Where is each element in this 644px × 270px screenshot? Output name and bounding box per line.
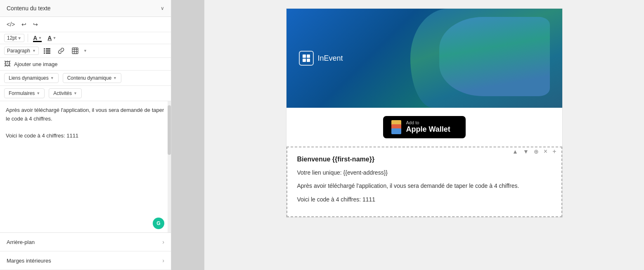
undo-button[interactable]: ↩ bbox=[19, 19, 29, 29]
text-editor-wrapper: Après avoir téléchargé l'application, il… bbox=[0, 101, 171, 232]
font-size-chevron-icon: ▼ bbox=[17, 36, 21, 40]
wallet-text-block: Add to Apple Wallet bbox=[406, 121, 450, 134]
background-arrow-icon: › bbox=[162, 239, 164, 245]
add-image-row[interactable]: 🖼 Ajouter une image bbox=[0, 58, 171, 71]
table-dropdown-icon: ▼ bbox=[83, 49, 87, 53]
scrollbar-track[interactable] bbox=[168, 101, 171, 232]
delete-button[interactable]: × bbox=[542, 147, 549, 156]
email-preview: InEvent Add to Apple Wallet ▲ bbox=[286, 8, 563, 218]
font-color-button[interactable]: A ▼ bbox=[31, 34, 43, 42]
table-button[interactable] bbox=[69, 46, 81, 56]
color-underline bbox=[33, 41, 42, 42]
wallet-card-blue bbox=[391, 128, 401, 134]
content-para-3: Voici le code à 4 chiffres: 1111 bbox=[297, 195, 552, 204]
image-icon: 🖼 bbox=[4, 60, 11, 68]
svg-rect-4 bbox=[44, 52, 45, 54]
text-editor[interactable]: Après avoir téléchargé l'application, il… bbox=[0, 101, 171, 232]
activities-label: Activités bbox=[53, 90, 72, 96]
content-block[interactable]: ▲ ▼ ⊕ × + Bienvenue {{first-name}} Votre… bbox=[286, 147, 562, 217]
dynamic-links-label: Liens dynamiques bbox=[9, 75, 49, 81]
highlight-button[interactable]: A ▼ bbox=[46, 34, 58, 42]
svg-rect-6 bbox=[72, 48, 78, 54]
svg-rect-5 bbox=[46, 52, 50, 54]
margins-arrow-icon: › bbox=[162, 257, 164, 264]
inevent-logo-icon bbox=[299, 51, 314, 66]
wallet-icon bbox=[391, 120, 401, 134]
link-button[interactable] bbox=[55, 46, 67, 56]
scrollbar-thumb[interactable] bbox=[168, 105, 171, 155]
add-block-button[interactable]: + bbox=[551, 147, 558, 156]
paragraph-chevron-icon: ▼ bbox=[32, 49, 36, 53]
svg-rect-1 bbox=[46, 48, 50, 50]
margins-section[interactable]: Marges intérieures › bbox=[0, 251, 171, 270]
font-color-dropdown-icon: ▼ bbox=[38, 36, 42, 40]
code-button[interactable]: </> bbox=[4, 19, 17, 29]
dynamic-links-chevron-icon: ▼ bbox=[50, 76, 54, 80]
content-block-toolbar: ▲ ▼ ⊕ × + bbox=[511, 147, 558, 156]
content-title: Bienvenue {{first-name}} bbox=[297, 156, 552, 163]
forms-label: Formulaires bbox=[9, 90, 35, 96]
highlight-dropdown-icon: ▼ bbox=[52, 36, 56, 40]
inevent-logo-text: InEvent bbox=[318, 54, 343, 63]
dynamic-content-label: Contenu dynamique bbox=[67, 75, 111, 81]
wallet-add-text: Add to bbox=[406, 121, 419, 125]
svg-rect-2 bbox=[44, 50, 45, 52]
separator-1 bbox=[28, 34, 28, 42]
forms-chevron-icon: ▼ bbox=[36, 91, 40, 95]
wallet-section: Add to Apple Wallet bbox=[286, 108, 562, 147]
section-header: Contenu du texte ∨ bbox=[0, 0, 171, 17]
grammarly-button[interactable]: G bbox=[153, 218, 164, 229]
content-para-1: Votre lien unique: {{event-address}} bbox=[297, 168, 552, 177]
font-size-selector[interactable]: 12pt ▼ bbox=[4, 34, 24, 42]
margins-label: Marges intérieures bbox=[7, 258, 51, 264]
content-para-2: Après avoir téléchargé l'application, il… bbox=[297, 181, 552, 190]
activities-chevron-icon: ▼ bbox=[73, 91, 77, 95]
middle-spacer bbox=[171, 0, 204, 270]
dynamic-links-button[interactable]: Liens dynamiques ▼ bbox=[4, 73, 59, 83]
apple-wallet-button[interactable]: Add to Apple Wallet bbox=[383, 116, 466, 138]
duplicate-button[interactable]: ⊕ bbox=[532, 147, 540, 156]
dynamic-row: Liens dynamiques ▼ Contenu dynamique ▼ bbox=[0, 71, 171, 86]
background-label: Arrière-plan bbox=[7, 239, 35, 245]
left-panel: Contenu du texte ∨ </> ↩ ↪ 12pt ▼ A ▼ A … bbox=[0, 0, 171, 270]
highlight-label: A bbox=[47, 35, 52, 41]
redo-button[interactable]: ↪ bbox=[31, 19, 40, 29]
list-button[interactable] bbox=[41, 46, 53, 56]
dynamic-content-button[interactable]: Contenu dynamique ▼ bbox=[63, 73, 121, 83]
banner-logo: InEvent bbox=[299, 51, 343, 66]
move-down-button[interactable]: ▼ bbox=[521, 147, 530, 156]
paragraph-selector[interactable]: Paragraph ▼ bbox=[4, 47, 39, 55]
dynamic-content-chevron-icon: ▼ bbox=[113, 76, 117, 80]
svg-rect-12 bbox=[307, 54, 310, 58]
wallet-main-text: Apple Wallet bbox=[406, 125, 450, 134]
paragraph-label: Paragraph bbox=[7, 48, 30, 54]
font-color-label: A bbox=[33, 35, 37, 41]
svg-rect-11 bbox=[303, 54, 306, 58]
section-title: Contenu du texte bbox=[7, 5, 51, 12]
bottom-sections: Arrière-plan › Marges intérieures › bbox=[0, 232, 171, 270]
banner-image: InEvent bbox=[286, 9, 562, 108]
right-panel: InEvent Add to Apple Wallet ▲ bbox=[204, 0, 644, 270]
section-chevron-icon: ∨ bbox=[161, 5, 164, 11]
add-image-label: Ajouter une image bbox=[14, 61, 58, 67]
svg-rect-0 bbox=[44, 48, 45, 50]
font-row: 12pt ▼ A ▼ A ▼ bbox=[0, 32, 171, 44]
svg-rect-14 bbox=[307, 59, 310, 62]
activities-button[interactable]: Activités ▼ bbox=[49, 88, 82, 98]
person-body bbox=[439, 17, 549, 96]
svg-rect-3 bbox=[46, 50, 50, 52]
forms-row: Formulaires ▼ Activités ▼ bbox=[0, 86, 171, 101]
move-up-button[interactable]: ▲ bbox=[511, 147, 520, 156]
forms-button[interactable]: Formulaires ▼ bbox=[4, 88, 45, 98]
font-size-value: 12pt bbox=[7, 35, 17, 41]
toolbar-row-1: </> ↩ ↪ bbox=[0, 17, 171, 32]
svg-rect-13 bbox=[303, 59, 306, 62]
background-section[interactable]: Arrière-plan › bbox=[0, 233, 171, 251]
paragraph-row: Paragraph ▼ ▼ bbox=[0, 44, 171, 58]
